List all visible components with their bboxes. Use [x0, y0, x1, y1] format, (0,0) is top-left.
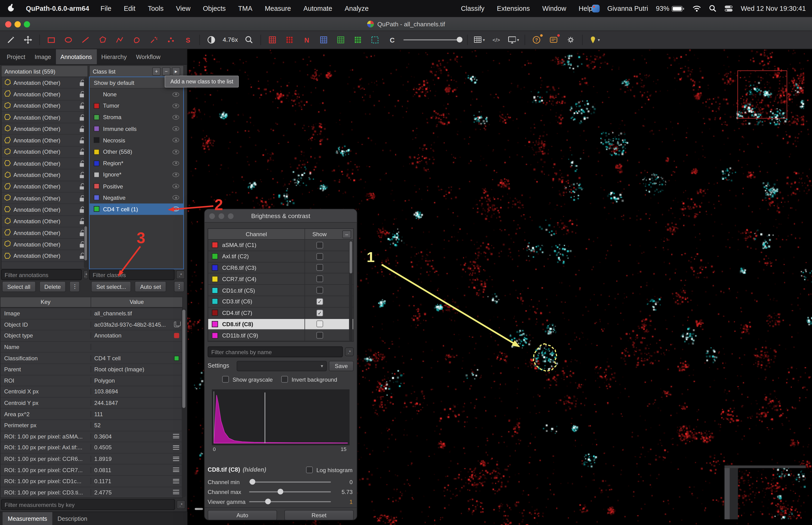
- multiview-icon[interactable]: ▾: [508, 34, 519, 46]
- tab-annotations[interactable]: Annotations: [56, 49, 97, 64]
- class-item-none[interactable]: None: [90, 89, 183, 100]
- annotation-list-item[interactable]: Annotation (Other): [2, 112, 88, 123]
- measurement-list-icon[interactable]: [173, 445, 179, 450]
- save-settings-button[interactable]: Save: [329, 361, 354, 371]
- reset-button[interactable]: Reset: [284, 510, 354, 520]
- menu-file[interactable]: File: [101, 5, 111, 13]
- class-filter-input[interactable]: [89, 269, 174, 280]
- channel-row-axl-tif-c2[interactable]: Axl.tif (C2): [208, 251, 353, 262]
- wand-tool-icon[interactable]: [148, 34, 159, 46]
- measurement-filter-regex-toggle[interactable]: .*: [177, 500, 185, 509]
- fill-annotations-icon[interactable]: [284, 34, 295, 46]
- annotation-more-button[interactable]: ⋮: [70, 281, 80, 292]
- channel-row-ccr7-tif-c4[interactable]: CCR7.tif (C4): [208, 273, 353, 285]
- class-item-negative[interactable]: Negative: [90, 192, 183, 204]
- opacity-slider-thumb[interactable]: [457, 37, 463, 42]
- tab-project[interactable]: Project: [2, 49, 30, 64]
- annotation-list-item[interactable]: Annotation (Other): [2, 239, 88, 250]
- menu-automate[interactable]: Automate: [303, 5, 332, 13]
- auto-button[interactable]: Auto: [208, 510, 277, 520]
- selection-region-icon[interactable]: [369, 34, 381, 46]
- channel-visibility-checkbox[interactable]: [317, 321, 323, 328]
- class-item-other-558[interactable]: Other (558): [90, 146, 183, 158]
- rectangle-tool-icon[interactable]: [46, 34, 57, 46]
- slider-thumb[interactable]: [277, 489, 283, 494]
- magnifier-icon[interactable]: [244, 34, 255, 46]
- channel-visibility-checkbox[interactable]: ✓: [317, 298, 323, 305]
- annotation-list-item[interactable]: Annotation (Other): [2, 77, 88, 89]
- settings-dropdown[interactable]: ▾: [236, 361, 327, 371]
- annotation-list-item[interactable]: Annotation (Other): [2, 204, 88, 216]
- measurement-filter-input[interactable]: [1, 499, 175, 510]
- channel-row-ccr6-tif-c3[interactable]: CCR6.tif (C3): [208, 262, 353, 273]
- show-grayscale-checkbox[interactable]: [222, 376, 229, 383]
- tab-workflow[interactable]: Workflow: [131, 49, 165, 64]
- channel-visibility-checkbox[interactable]: [317, 287, 323, 294]
- channel-row-cd8-tif-c8[interactable]: CD8.tif (C8): [208, 319, 353, 330]
- annotation-list-item[interactable]: Annotation (Other): [2, 135, 88, 146]
- script-editor-icon[interactable]: </>: [491, 34, 502, 46]
- show-annotations-icon[interactable]: [267, 34, 278, 46]
- wifi-icon[interactable]: [693, 5, 701, 12]
- measurement-list-icon[interactable]: [173, 479, 179, 484]
- menu-tma[interactable]: TMA: [238, 5, 252, 13]
- menu-window[interactable]: Window: [542, 5, 566, 13]
- channel-visibility-checkbox[interactable]: ✓: [317, 310, 323, 316]
- zoom-level-label[interactable]: 4.76x: [223, 36, 238, 44]
- control-center-icon[interactable]: [725, 5, 733, 12]
- points-tool-icon[interactable]: [165, 34, 177, 46]
- class-item-cd4-t-cell-1[interactable]: CD4 T cell (1): [90, 204, 183, 215]
- tab-description[interactable]: Description: [52, 512, 93, 525]
- annotation-list[interactable]: Annotation (Other)Annotation (Other)Anno…: [1, 77, 88, 269]
- channel-row-asma-tif-c1[interactable]: aSMA.tif (C1): [208, 240, 353, 251]
- select-all-button[interactable]: Select all: [2, 281, 35, 292]
- add-class-button[interactable]: +: [152, 67, 160, 75]
- measurement-list-icon[interactable]: [173, 467, 179, 472]
- slider-track[interactable]: [249, 481, 331, 482]
- class-item-positive[interactable]: Positive: [90, 180, 183, 192]
- annotation-list-item[interactable]: Annotation (Other): [2, 169, 88, 181]
- tab-measurements[interactable]: Measurements: [3, 512, 52, 525]
- slider-thumb[interactable]: [250, 479, 256, 484]
- annotation-list-item[interactable]: Annotation (Other): [2, 193, 88, 204]
- channel-visibility-checkbox[interactable]: [317, 332, 323, 339]
- menu-classify[interactable]: Classify: [461, 5, 485, 13]
- log-viewer-icon[interactable]: [548, 34, 560, 46]
- menu-edit[interactable]: Edit: [124, 5, 135, 13]
- show-classification-icon[interactable]: C: [386, 34, 398, 46]
- class-item-immune-cells[interactable]: Immune cells: [90, 123, 183, 134]
- show-tma-grid-icon[interactable]: [318, 34, 330, 46]
- ellipse-tool-icon[interactable]: [63, 34, 74, 46]
- class-more-button[interactable]: ▸: [172, 67, 180, 75]
- tab-hierarchy[interactable]: Hierarchy: [96, 49, 131, 64]
- class-item-stroma[interactable]: Stroma: [90, 111, 183, 123]
- viewer-handle[interactable]: [195, 508, 203, 510]
- delete-button[interactable]: Delete: [39, 281, 66, 292]
- channel-row-cd3-tif-c6[interactable]: CD3.tif (C6)✓: [208, 296, 353, 308]
- annotation-list-item[interactable]: Annotation (Other): [2, 100, 88, 112]
- annotation-list-item[interactable]: Annotation (Other): [2, 158, 88, 169]
- channel-visibility-checkbox[interactable]: [317, 276, 323, 283]
- menu-analyze[interactable]: Analyze: [345, 5, 369, 13]
- annotation-list-item[interactable]: Annotation (Other): [2, 146, 88, 158]
- polygon-tool-icon[interactable]: [97, 34, 108, 46]
- pan-tool-icon[interactable]: [5, 34, 16, 46]
- measurements-scrollbar[interactable]: [182, 309, 186, 497]
- channel-row-cd4-tif-c7[interactable]: CD4.tif (C7)✓: [208, 308, 353, 319]
- menu-tools[interactable]: Tools: [148, 5, 164, 13]
- spotlight-search-icon[interactable]: [709, 5, 717, 13]
- copy-id-icon[interactable]: [174, 322, 179, 327]
- opacity-slider[interactable]: [404, 35, 462, 45]
- menu-objects[interactable]: Objects: [203, 5, 226, 13]
- line-tool-icon[interactable]: [80, 34, 91, 46]
- measurement-tables-icon[interactable]: ▾: [473, 34, 485, 46]
- menu-view[interactable]: View: [176, 5, 190, 13]
- annotation-list-item[interactable]: Annotation (Other): [2, 123, 88, 135]
- measurement-list-icon[interactable]: [173, 434, 179, 439]
- class-filter-regex-toggle[interactable]: .*: [176, 270, 185, 279]
- class-actions-more-button[interactable]: ⋮: [174, 281, 184, 292]
- channel-list-scrollbar[interactable]: [349, 241, 353, 341]
- annotation-list-item[interactable]: Annotation (Other): [2, 250, 88, 262]
- annotation-list-item[interactable]: Annotation (Other): [2, 89, 88, 100]
- fill-detections-icon[interactable]: [352, 34, 364, 46]
